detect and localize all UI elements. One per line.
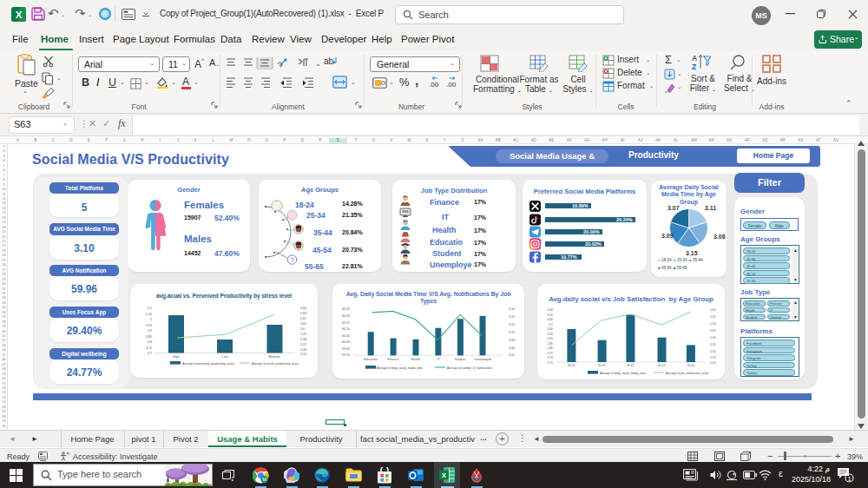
svg-text:5.1: 5.1: [148, 307, 152, 310]
svg-text:3.02: 3.02: [509, 353, 515, 357]
svg-text:4.75: 4.75: [547, 361, 553, 365]
svg-text:5.56: 5.56: [300, 348, 306, 352]
svg-text:Average of daily_social_media_: Average of daily_social_media_time: [600, 372, 646, 375]
svg-text:5.62: 5.62: [300, 317, 306, 320]
svg-text:3.15: 3.15: [547, 313, 553, 317]
svg-text:3.06: 3.06: [509, 346, 515, 350]
svg-text:3.7: 3.7: [549, 323, 553, 326]
svg-text:5.63: 5.63: [300, 312, 306, 315]
svg-text:5.61: 5.61: [300, 322, 306, 326]
svg-text:ab: ab: [324, 56, 334, 66]
svg-text:2.90: 2.90: [547, 337, 553, 340]
svg-text:5.35: 5.35: [710, 343, 716, 346]
svg-text:Unemployed: Unemployed: [474, 358, 491, 361]
svg-text:5.60: 5.60: [710, 308, 716, 312]
svg-text:Z: Z: [692, 63, 696, 71]
svg-text:2.95: 2.95: [547, 333, 553, 336]
svg-text:⌄: ⌄: [315, 60, 321, 68]
svg-text:3.00: 3.00: [547, 327, 553, 331]
svg-text:60.10: 60.10: [342, 327, 350, 331]
svg-text:5.6: 5.6: [300, 327, 305, 331]
svg-text:x: x: [442, 471, 446, 479]
svg-text:4.8: 4.8: [148, 340, 152, 344]
svg-text:5.57: 5.57: [300, 343, 306, 346]
svg-text:2.85: 2.85: [547, 342, 553, 346]
svg-text:4.7: 4.7: [148, 352, 152, 355]
svg-text:4.75: 4.75: [146, 346, 152, 350]
svg-text:5.64: 5.64: [300, 307, 306, 310]
svg-text:5.05: 5.05: [146, 313, 152, 316]
svg-text:3.14: 3.14: [509, 315, 515, 319]
svg-text:3.16: 3.16: [509, 307, 515, 311]
svg-text:5.40: 5.40: [710, 336, 716, 340]
svg-text:5.45: 5.45: [710, 329, 716, 333]
svg-text:4.9: 4.9: [148, 329, 152, 333]
svg-text:Health: Health: [411, 358, 420, 361]
svg-text:45-54: 45-54: [658, 364, 666, 367]
svg-text:5: 5: [150, 318, 152, 321]
svg-text:60.25: 60.25: [342, 307, 350, 311]
svg-text:?: ?: [290, 256, 294, 264]
svg-text:18-24: 18-24: [568, 364, 575, 367]
svg-text:3.08: 3.08: [509, 339, 515, 342]
svg-text:3.10: 3.10: [547, 318, 553, 321]
svg-text:4.95: 4.95: [146, 324, 152, 327]
svg-text:High: High: [173, 355, 179, 359]
svg-text:55-65: 55-65: [687, 364, 695, 367]
svg-text:60.00: 60.00: [342, 340, 350, 344]
svg-text:5.58: 5.58: [300, 338, 306, 341]
svg-text:Medium: Medium: [269, 355, 280, 359]
svg-text:2.80: 2.80: [547, 346, 553, 350]
svg-text:60.20: 60.20: [342, 314, 350, 318]
svg-text:IT: IT: [437, 358, 440, 361]
svg-text:3.12: 3.12: [509, 323, 515, 326]
svg-text:1: 1: [847, 475, 852, 483]
svg-text:59.75: 59.75: [342, 353, 350, 357]
svg-text:5.55: 5.55: [710, 315, 716, 319]
svg-text:5.50: 5.50: [710, 322, 716, 326]
svg-text:25-34: 25-34: [598, 364, 606, 367]
svg-text:5.59: 5.59: [300, 333, 306, 336]
svg-text:5.20: 5.20: [710, 361, 716, 365]
svg-text:Average of daily_social_media_: Average of daily_social_media_time: [377, 366, 423, 370]
svg-text:.00: .00: [429, 81, 439, 89]
svg-text:3.20: 3.20: [547, 308, 553, 312]
svg-text:4.75: 4.75: [547, 352, 553, 355]
svg-text:Low: Low: [222, 355, 228, 359]
svg-text:A: A: [692, 54, 697, 63]
svg-text:5.30: 5.30: [710, 350, 716, 353]
svg-text:Average of number_of_notificat: Average of number_of_notifications: [447, 366, 492, 370]
svg-text:M: M: [262, 477, 266, 482]
svg-text:4.85: 4.85: [146, 335, 152, 339]
svg-text:Finance: Finance: [388, 358, 399, 361]
svg-text:4.70: 4.70: [547, 356, 553, 359]
svg-text:5.55: 5.55: [300, 353, 306, 356]
svg-text:Average of actual_productivity: Average of actual_productivity_score: [252, 362, 299, 366]
svg-text:.00: .00: [446, 81, 457, 89]
svg-text:60.15: 60.15: [342, 321, 350, 325]
svg-text:Average of job_satisfaction_sc: Average of job_satisfaction_score: [666, 372, 709, 375]
svg-text:35-44: 35-44: [627, 364, 635, 367]
svg-text:Education: Education: [364, 358, 378, 361]
svg-text:60.05: 60.05: [342, 334, 350, 338]
svg-text:Student: Student: [455, 358, 465, 361]
svg-text:Average of perceived_productiv: Average of perceived_productivity_score: [182, 362, 234, 366]
svg-text:3.10: 3.10: [509, 331, 515, 334]
svg-text:5.25: 5.25: [710, 356, 716, 359]
svg-text:59.95: 59.95: [342, 347, 350, 351]
